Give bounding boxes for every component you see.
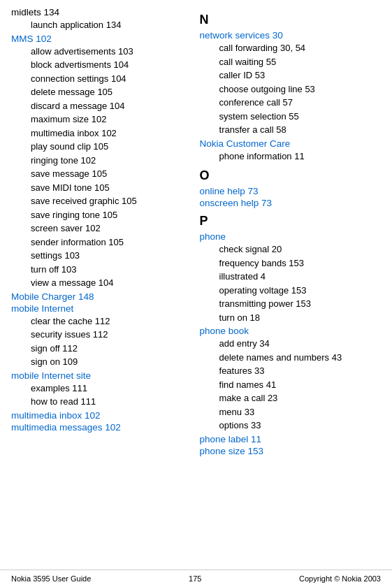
entry-sub-items: check signal 20frequency bands 153illust… xyxy=(200,242,381,324)
list-item: phonecheck signal 20frequency bands 153i… xyxy=(200,231,381,324)
list-item: mobile Internet siteexamples 111how to r… xyxy=(11,370,186,409)
section-letter: N xyxy=(200,13,381,27)
sub-item: play sound clip 105 xyxy=(31,140,186,154)
section-letter: P xyxy=(200,214,381,229)
sub-item: options 33 xyxy=(219,419,381,433)
sub-item: menu 33 xyxy=(219,405,381,419)
sub-item: turn off 103 xyxy=(31,263,186,277)
sub-item: launch application 134 xyxy=(31,18,186,32)
sub-item: phone information 11 xyxy=(219,150,381,164)
sub-item: connection settings 104 xyxy=(31,72,186,86)
sub-item: discard a message 104 xyxy=(31,99,186,113)
sub-item: save ringing tone 105 xyxy=(31,208,186,222)
sub-item: allow advertisements 103 xyxy=(31,45,186,59)
list-item: Mobile Charger 148 xyxy=(11,291,186,302)
sub-item: ringing tone 102 xyxy=(31,154,186,168)
footer: Nokia 3595 User Guide 175 Copyright © No… xyxy=(0,570,392,587)
entry-header[interactable]: onscreen help 73 xyxy=(200,198,381,208)
list-item: multimedia messages 102 xyxy=(11,422,186,433)
entry-sub-items: phone information 11 xyxy=(200,150,381,164)
list-item: Nokia Customer Carephone information 11 xyxy=(200,138,381,164)
page: midlets 134launch application 134MMS 102… xyxy=(0,0,392,587)
entry-sub-items: add entry 34delete names and numbers 43f… xyxy=(200,337,381,433)
entry-header[interactable]: mobile Internet xyxy=(11,303,186,314)
sub-item: features 33 xyxy=(219,364,381,378)
entry-header[interactable]: network services 30 xyxy=(200,30,381,41)
entry-sub-items: examples 111how to read 111 xyxy=(11,382,186,409)
section-letter: O xyxy=(200,168,381,183)
entry-sub-items: call forwarding 30, 54call waiting 55cal… xyxy=(200,41,381,137)
left-column: midlets 134launch application 134MMS 102… xyxy=(11,7,193,570)
section: Nnetwork services 30call forwarding 30, … xyxy=(200,13,381,163)
list-item: phone label 11 xyxy=(200,434,381,444)
sub-item: clear the cache 112 xyxy=(31,314,186,328)
list-item: phone bookadd entry 34delete names and n… xyxy=(200,326,381,433)
sub-item: add entry 34 xyxy=(219,337,381,351)
entry-sub-items: clear the cache 112security issues 112si… xyxy=(11,314,186,369)
sub-item: transmitting power 153 xyxy=(219,297,381,311)
entry-header[interactable]: mobile Internet site xyxy=(11,370,186,381)
sub-item: operating voltage 153 xyxy=(219,284,381,298)
right-column: Nnetwork services 30call forwarding 30, … xyxy=(193,7,381,570)
sub-item: make a call 23 xyxy=(219,391,381,405)
sub-item: screen saver 102 xyxy=(31,222,186,235)
sub-item: block advertisments 104 xyxy=(31,58,186,72)
section: Oonline help 73onscreen help 73 xyxy=(200,168,381,208)
sub-item: maximum size 102 xyxy=(31,113,186,126)
sub-item: sign off 112 xyxy=(31,342,186,356)
sub-item: how to read 111 xyxy=(31,395,186,409)
sub-item: settings 103 xyxy=(31,249,186,263)
sub-item: call forwarding 30, 54 xyxy=(219,41,381,55)
sub-item: turn on 18 xyxy=(219,311,381,325)
sub-item: delete names and numbers 43 xyxy=(219,351,381,365)
footer-center: 175 xyxy=(189,574,201,583)
entry-header[interactable]: phone book xyxy=(200,326,381,336)
entry-header[interactable]: MMS 102 xyxy=(11,34,186,44)
sub-item: examples 111 xyxy=(31,382,186,396)
list-item: online help 73 xyxy=(200,186,381,196)
entry-header[interactable]: Nokia Customer Care xyxy=(200,138,381,149)
list-item: phone size 153 xyxy=(200,446,381,456)
list-item: onscreen help 73 xyxy=(200,198,381,208)
entry-header[interactable]: multimedia messages 102 xyxy=(11,422,186,433)
content-area: midlets 134launch application 134MMS 102… xyxy=(0,0,392,570)
sub-item: check signal 20 xyxy=(219,242,381,256)
footer-left: Nokia 3595 User Guide xyxy=(11,574,91,583)
entry-sub-items: allow advertisements 103block advertisme… xyxy=(11,45,186,290)
sub-item: save message 105 xyxy=(31,167,186,181)
sub-item: security issues 112 xyxy=(31,328,186,342)
sub-item: call waiting 55 xyxy=(219,55,381,69)
sub-item: caller ID 53 xyxy=(219,68,381,82)
sub-item: frequency bands 153 xyxy=(219,256,381,270)
entry-header[interactable]: online help 73 xyxy=(200,186,381,196)
sub-item: save received graphic 105 xyxy=(31,194,186,208)
entry-header: midlets 134 xyxy=(11,7,186,17)
entry-header[interactable]: phone size 153 xyxy=(200,446,381,456)
sub-item: transfer a call 58 xyxy=(219,123,381,137)
sub-item: save MIDI tone 105 xyxy=(31,181,186,195)
sub-item: view a message 104 xyxy=(31,276,186,290)
entry-sub-items: launch application 134 xyxy=(11,18,186,32)
sub-item: multimedia inbox 102 xyxy=(31,126,186,140)
sub-item: illustrated 4 xyxy=(219,270,381,284)
sub-item: sender information 105 xyxy=(31,235,186,249)
list-item: MMS 102allow advertisements 103block adv… xyxy=(11,34,186,290)
sub-item: choose outgoing line 53 xyxy=(219,82,381,96)
sub-item: conference call 57 xyxy=(219,96,381,110)
list-item: midlets 134launch application 134 xyxy=(11,7,186,32)
footer-right: Copyright © Nokia 2003 xyxy=(299,574,381,583)
sub-item: delete message 105 xyxy=(31,85,186,99)
entry-header[interactable]: Mobile Charger 148 xyxy=(11,291,186,302)
sub-item: system selection 55 xyxy=(219,110,381,124)
sub-item: sign on 109 xyxy=(31,355,186,369)
entry-header[interactable]: phone label 11 xyxy=(200,434,381,444)
list-item: mobile Internetclear the cache 112securi… xyxy=(11,303,186,369)
sub-item: find names 41 xyxy=(219,378,381,392)
list-item: network services 30call forwarding 30, 5… xyxy=(200,30,381,137)
entry-header[interactable]: multimedia inbox 102 xyxy=(11,410,186,421)
section: Pphonecheck signal 20frequency bands 153… xyxy=(200,214,381,456)
list-item: multimedia inbox 102 xyxy=(11,410,186,421)
entry-header[interactable]: phone xyxy=(200,231,381,242)
